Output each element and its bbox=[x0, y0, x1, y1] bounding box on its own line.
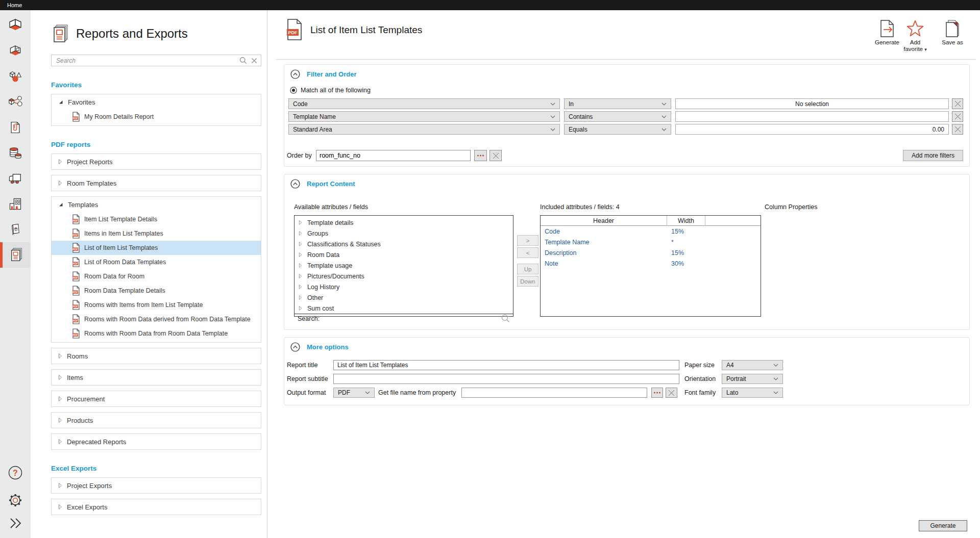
room-icon bbox=[7, 18, 23, 33]
collapse-section-icon[interactable] bbox=[290, 69, 300, 79]
group-header[interactable]: Items bbox=[52, 370, 261, 385]
radio-selected-icon bbox=[290, 87, 297, 94]
column-header[interactable]: Width bbox=[667, 216, 705, 226]
group-header[interactable]: Procurement bbox=[52, 391, 261, 406]
nav-reports[interactable] bbox=[0, 242, 31, 268]
sidebar-item-my-room-details-report[interactable]: PDF My Room Details Report bbox=[52, 110, 261, 124]
attributes-search-row[interactable]: Search: bbox=[295, 314, 513, 323]
get-file-name-input[interactable] bbox=[461, 388, 647, 398]
move-left-button[interactable]: < bbox=[517, 247, 538, 258]
nav-help[interactable]: ? bbox=[0, 460, 31, 485]
attribute-group-template-details[interactable]: Template details bbox=[295, 217, 513, 228]
group-header[interactable]: Rooms bbox=[52, 348, 261, 364]
sidebar-item-items-in-item-list-templates[interactable]: PDF Items in Item List Templates bbox=[52, 226, 261, 241]
remove-filter-button[interactable] bbox=[952, 111, 963, 122]
item-label: Rooms with Room Data from Room Data Temp… bbox=[84, 330, 228, 337]
nav-buildings[interactable] bbox=[0, 191, 31, 217]
group-header[interactable]: Room Templates bbox=[52, 175, 261, 191]
group-header[interactable]: Products bbox=[52, 413, 261, 428]
home-menu[interactable]: Home bbox=[7, 2, 22, 8]
sidebar-item-rooms-with-room-data[interactable]: PDF Rooms with Room Data from Room Data … bbox=[52, 326, 261, 341]
remove-filter-button[interactable] bbox=[952, 98, 963, 109]
sidebar-item-rooms-with-room-data-derived[interactable]: PDF Rooms with Room Data derived from Ro… bbox=[52, 312, 261, 326]
sidebar-item-list-of-item-list-templates[interactable]: PDF List of Item List Templates bbox=[52, 241, 261, 255]
attribute-group-template-usage[interactable]: Template usage bbox=[295, 260, 513, 271]
move-right-button[interactable]: > bbox=[517, 235, 538, 246]
nav-rooms[interactable] bbox=[0, 13, 31, 38]
collapse-section-icon[interactable] bbox=[290, 179, 300, 189]
table-row[interactable]: Note 30% bbox=[541, 258, 761, 269]
get-file-name-clear-button[interactable] bbox=[666, 388, 677, 398]
search-input[interactable] bbox=[55, 57, 235, 65]
report-subtitle-input[interactable] bbox=[333, 374, 679, 384]
group-label: Room Templates bbox=[67, 180, 116, 187]
order-by-input[interactable] bbox=[316, 150, 471, 161]
nav-settings[interactable] bbox=[0, 488, 31, 513]
match-all-radio-row[interactable]: Match all of the following bbox=[290, 87, 371, 94]
add-favorite-button[interactable]: Add favorite ▾ bbox=[896, 19, 934, 53]
font-family-select[interactable]: Lato bbox=[722, 388, 783, 398]
filter-operator-select[interactable]: Equals bbox=[564, 124, 671, 135]
search-icon[interactable] bbox=[239, 57, 247, 64]
order-by-clear-button[interactable] bbox=[489, 150, 502, 161]
order-by-browse-button[interactable] bbox=[474, 150, 487, 161]
attribute-group-classifications[interactable]: Classifications & Statuses bbox=[295, 239, 513, 249]
attribute-group-groups[interactable]: Groups bbox=[295, 228, 513, 239]
move-up-button[interactable]: Up bbox=[517, 264, 538, 274]
finance-icon bbox=[8, 146, 23, 160]
table-row[interactable]: Template Name * bbox=[541, 237, 761, 247]
filter-operator-select[interactable]: In bbox=[564, 98, 671, 109]
group-header[interactable]: Excel Exports bbox=[52, 499, 261, 515]
sidebar-item-rooms-with-items[interactable]: PDF Rooms with Items from Item List Temp… bbox=[52, 298, 261, 312]
nav-catalog[interactable] bbox=[0, 217, 31, 242]
nav-products[interactable] bbox=[0, 89, 31, 115]
collapse-section-icon[interactable] bbox=[290, 342, 300, 352]
attribute-group-sum-cost[interactable]: Sum cost bbox=[295, 303, 513, 314]
filter-operator-select[interactable]: Contains bbox=[564, 111, 671, 122]
group-header[interactable]: Templates bbox=[52, 197, 261, 212]
filter-value-field[interactable]: No selection bbox=[675, 98, 949, 109]
nav-finance[interactable] bbox=[0, 140, 31, 166]
attribute-group-other[interactable]: Other bbox=[295, 292, 513, 303]
nav-logistics[interactable] bbox=[0, 166, 31, 191]
output-format-select[interactable]: PDF bbox=[333, 388, 375, 398]
group-label: Rooms bbox=[67, 352, 88, 360]
group-header[interactable]: Project Exports bbox=[52, 478, 261, 493]
generate-button[interactable]: Generate bbox=[919, 520, 967, 531]
filter-value-field[interactable]: 0.00 bbox=[675, 124, 949, 135]
move-down-button[interactable]: Down bbox=[517, 276, 538, 287]
clear-search-icon[interactable] bbox=[251, 58, 257, 64]
column-header[interactable]: Header bbox=[541, 216, 667, 226]
sidebar-item-item-list-template-details[interactable]: PDF Item List Template Details bbox=[52, 212, 261, 226]
paper-size-select[interactable]: A4 bbox=[722, 360, 783, 370]
nav-documents[interactable] bbox=[0, 115, 31, 140]
sidebar-item-room-data-template-details[interactable]: PDF Room Data Template Details bbox=[52, 284, 261, 298]
nav-expand[interactable] bbox=[0, 510, 31, 536]
nav-room-data[interactable] bbox=[0, 38, 31, 64]
add-more-filters-button[interactable]: Add more filters bbox=[903, 150, 963, 161]
save-as-button[interactable]: Save as bbox=[934, 19, 971, 46]
filter-value-field[interactable] bbox=[675, 111, 949, 122]
section-title: More options bbox=[307, 343, 349, 351]
attribute-group-log-history[interactable]: Log History bbox=[295, 281, 513, 292]
filter-attribute-select[interactable]: Template Name bbox=[288, 111, 560, 122]
orientation-select[interactable]: Portrait bbox=[722, 374, 783, 384]
attribute-group-room-data[interactable]: Room Data bbox=[295, 249, 513, 260]
items-icon bbox=[8, 69, 23, 84]
group-label: Deprecated Reports bbox=[67, 438, 126, 446]
sidebar-item-list-of-room-data-templates[interactable]: PDF List of Room Data Templates bbox=[52, 255, 261, 269]
report-title-input[interactable]: List of Item List Templates bbox=[333, 360, 679, 370]
sidebar-item-room-data-for-room[interactable]: PDF Room Data for Room bbox=[52, 269, 261, 284]
table-row[interactable]: Description 15% bbox=[541, 247, 761, 258]
filter-attribute-select[interactable]: Standard Area bbox=[288, 124, 560, 135]
attribute-group-pictures-documents[interactable]: Pictures/Documents bbox=[295, 271, 513, 281]
favorites-group-header[interactable]: Favorites bbox=[52, 94, 261, 110]
pdf-file-icon: PDF bbox=[72, 328, 80, 339]
get-file-name-browse-button[interactable] bbox=[651, 388, 663, 398]
group-header[interactable]: Deprecated Reports bbox=[52, 434, 261, 449]
remove-filter-button[interactable] bbox=[952, 124, 963, 135]
filter-attribute-select[interactable]: Code bbox=[288, 98, 560, 109]
group-header[interactable]: Project Reports bbox=[52, 154, 261, 169]
nav-items[interactable] bbox=[0, 64, 31, 89]
table-row[interactable]: Code 15% bbox=[541, 226, 761, 237]
